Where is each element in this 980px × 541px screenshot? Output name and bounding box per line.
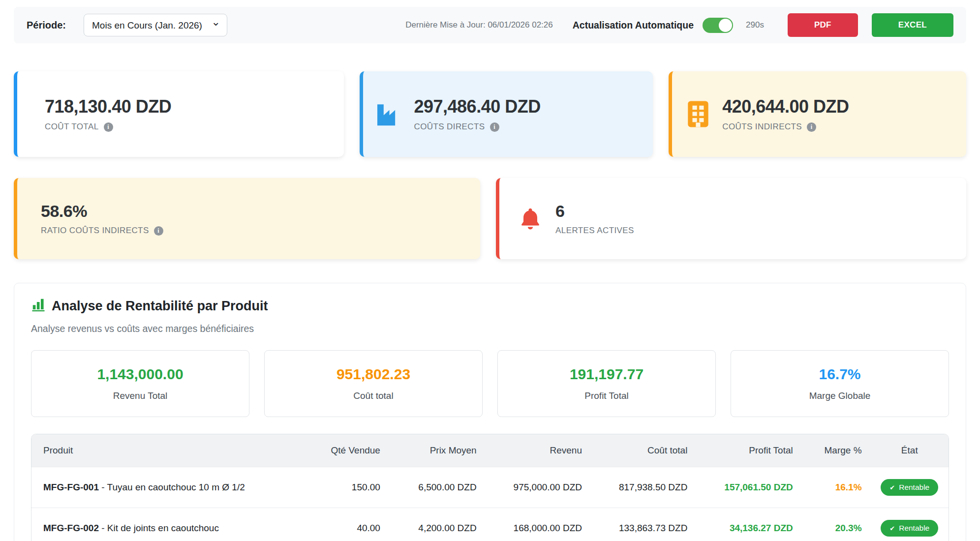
dashboard-page: Période: Mois en Cours (Jan. 2026) ⌄ Der… (0, 7, 980, 541)
profit-cell: 34,136.27 DZD (696, 508, 801, 541)
kpi-label: COÛTS INDIRECTS i (722, 122, 849, 132)
auto-refresh-label: Actualisation Automatique (573, 20, 694, 31)
price-cell: 6,500.00 DZD (389, 467, 486, 508)
pdf-export-button[interactable]: PDF (788, 13, 858, 37)
info-icon[interactable]: i (490, 122, 499, 132)
toggle-knob (719, 19, 732, 32)
margin-cell: 20.3% (802, 508, 871, 541)
margin-cell: 16.1% (802, 467, 871, 508)
qty-cell: 40.00 (306, 508, 389, 541)
profit-cell: 157,061.50 DZD (696, 467, 801, 508)
summary-value: 191,197.77 (570, 366, 643, 383)
status-badge: ✔ Rentable (881, 479, 938, 496)
auto-refresh-toggle[interactable] (703, 18, 733, 33)
summary-label: Marge Globale (809, 391, 871, 401)
kpi-value: 297,486.40 DZD (414, 96, 541, 117)
excel-export-button[interactable]: EXCEL (872, 13, 953, 37)
kpi-card-couts-directs: 297,486.40 DZD COÛTS DIRECTS i (360, 71, 653, 157)
alert-count: 6 (555, 202, 634, 221)
summary-label: Profit Total (584, 391, 628, 401)
kpi-card-cout-total: 718,130.40 DZD COÛT TOTAL i (14, 71, 344, 157)
kpi-card-couts-indirects: 420,644.00 DZD COÛTS INDIRECTS i (669, 71, 966, 157)
products-table: Produit Qté Vendue Prix Moyen Revenu Coû… (31, 434, 949, 541)
kpi-card-ratio-couts-indirects: 58.6% RATIO COÛTS INDIRECTS i (14, 178, 480, 259)
status-label: Rentable (899, 483, 929, 492)
kpi-value: 420,644.00 DZD (722, 96, 849, 117)
profitability-section: Analyse de Rentabilité par Produit Analy… (14, 283, 966, 541)
building-icon (687, 100, 709, 128)
info-icon[interactable]: i (807, 122, 816, 132)
cost-cell: 133,863.73 DZD (591, 508, 696, 541)
alert-label: ALERTES ACTIVES (555, 226, 634, 236)
kpi-label: COÛT TOTAL i (45, 122, 171, 132)
check-icon: ✔ (889, 525, 895, 532)
table-row: MFG-FG-002 - Kit de joints en caoutchouc… (31, 508, 949, 541)
table-header-prix: Prix Moyen (389, 434, 486, 467)
refresh-interval-text: 290s (746, 20, 764, 30)
summary-value: 16.7% (819, 366, 860, 383)
table-header-etat: État (871, 434, 949, 467)
status-label: Rentable (899, 524, 929, 533)
product-code: MFG-FG-001 (43, 482, 99, 492)
summary-label: Coût total (353, 391, 393, 401)
qty-cell: 150.00 (306, 467, 389, 508)
kpi-label: RATIO COÛTS INDIRECTS i (41, 226, 163, 236)
toolbar: Période: Mois en Cours (Jan. 2026) ⌄ Der… (14, 7, 966, 43)
table-row: MFG-FG-001 - Tuyau en caoutchouc 10 m Ø … (31, 467, 949, 508)
kpi-row-2: 58.6% RATIO COÛTS INDIRECTS i 6 ALERTES … (14, 178, 966, 259)
table-header-produit: Produit (31, 434, 306, 467)
factory-icon (374, 100, 401, 128)
summary-card-revenu-total: 1,143,000.00 Revenu Total (31, 350, 249, 417)
section-subtitle: Analyse revenus vs coûts avec marges bén… (31, 323, 949, 334)
check-icon: ✔ (889, 484, 895, 491)
product-code: MFG-FG-002 (43, 523, 99, 533)
summary-label: Revenu Total (113, 391, 168, 401)
kpi-row-1: 718,130.40 DZD COÛT TOTAL i 297,486.40 D… (14, 71, 966, 157)
table-header-marge: Marge % (802, 434, 871, 467)
revenue-cell: 168,000.00 DZD (486, 508, 591, 541)
price-cell: 4,200.00 DZD (389, 508, 486, 541)
kpi-label: COÛTS DIRECTS i (414, 122, 541, 132)
cost-cell: 817,938.50 DZD (591, 467, 696, 508)
product-name: - Tuyau en caoutchouc 10 m Ø 1/2 (99, 482, 245, 492)
kpi-value: 58.6% (41, 202, 163, 221)
table-header-revenu: Revenu (486, 434, 591, 467)
table-header-row: Produit Qté Vendue Prix Moyen Revenu Coû… (31, 434, 949, 467)
info-icon[interactable]: i (104, 122, 113, 132)
summary-value: 1,143,000.00 (97, 366, 183, 383)
last-update-text: Dernière Mise à Jour: 06/01/2026 02:26 (405, 20, 553, 30)
product-name: - Kit de joints en caoutchouc (99, 523, 219, 533)
summary-card-marge-globale: 16.7% Marge Globale (731, 350, 949, 417)
kpi-value: 718,130.40 DZD (45, 96, 171, 117)
summary-card-profit-total: 191,197.77 Profit Total (497, 350, 716, 417)
revenue-cell: 975,000.00 DZD (486, 467, 591, 508)
table-header-qte: Qté Vendue (306, 434, 389, 467)
chart-bar-icon (31, 297, 46, 315)
period-select[interactable]: Mois en Cours (Jan. 2026) (84, 14, 227, 36)
section-title: Analyse de Rentabilité par Produit (31, 297, 949, 315)
table-header-profit: Profit Total (696, 434, 801, 467)
period-select-wrap: Mois en Cours (Jan. 2026) ⌄ (84, 14, 227, 36)
bell-icon (518, 205, 543, 233)
summary-row: 1,143,000.00 Revenu Total 951,802.23 Coû… (31, 350, 949, 417)
status-badge: ✔ Rentable (881, 520, 938, 537)
kpi-card-alertes-actives: 6 ALERTES ACTIVES (496, 178, 966, 259)
period-label: Période: (27, 20, 66, 31)
table-header-cout: Coût total (591, 434, 696, 467)
summary-card-cout-total: 951,802.23 Coût total (264, 350, 483, 417)
summary-value: 951,802.23 (337, 366, 410, 383)
info-icon[interactable]: i (154, 226, 163, 236)
